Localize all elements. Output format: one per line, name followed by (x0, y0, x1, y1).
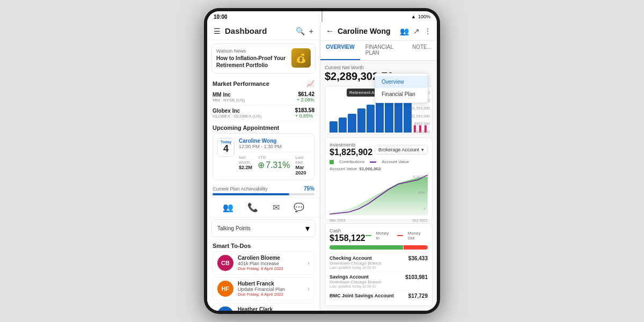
account-branch-savings: Downtown Chicago Branch (330, 280, 382, 284)
status-bar: 10:00 ▲ 100% (207, 11, 437, 22)
bar-2 (339, 118, 347, 133)
dashboard-title: Dashboard (225, 26, 267, 35)
back-button[interactable]: ← (326, 26, 334, 36)
account-updated-checking: Last updated today at 08:42 (330, 266, 382, 269)
svg-marker-0 (330, 177, 428, 215)
dropdown-menu: Overview Financial Plan (375, 73, 428, 103)
investments-legend: Contributions Account Value (330, 159, 428, 164)
todo-task-2: Update Financial Plan (238, 287, 303, 292)
appointment-card[interactable]: Today 4 Caroline Wong 12:00 PM - 1:30 PM… (213, 133, 314, 180)
news-title: How to Inflation-Proof Your Retirement P… (216, 55, 287, 69)
group-icon[interactable]: 👥 (400, 27, 409, 35)
phone-icon[interactable]: 📞 (247, 202, 258, 213)
todo-info-2: Hubert Franck Update Financial Plan Due … (238, 281, 303, 297)
bar-3 (348, 114, 356, 133)
svg-text:0: 0 (424, 208, 426, 210)
area-chart-svg: $1,060,952 $700K 0 (330, 172, 428, 215)
investments-header: Investments $1,825,902 Brokerage Account… (330, 142, 428, 157)
todo-item-2[interactable]: HF Hubert Franck Update Financial Plan D… (213, 277, 314, 301)
search-icon[interactable]: 🔍 (296, 27, 305, 35)
news-source: Watson News (216, 48, 287, 54)
contributions-dot (330, 160, 334, 164)
menu-icon[interactable]: ☰ (214, 27, 221, 35)
tab-notes[interactable]: NOTE... (407, 41, 437, 60)
appointment-date-box: Today 4 (217, 138, 235, 157)
appointment-day: 4 (219, 144, 233, 155)
cash-bar (330, 245, 428, 250)
cash-info: Cash $158,122 (330, 228, 365, 243)
plan-percent: 75% (304, 186, 314, 192)
todo-item-3[interactable]: HC Heather Clark 401k Plan Increase Due … (213, 303, 314, 311)
more-icon[interactable]: ⋮ (424, 27, 431, 35)
investments-info: Investments $1,825,902 (330, 142, 372, 157)
upcoming-title: Upcoming Appointment (213, 125, 314, 131)
cash-value: $158,122 (330, 233, 365, 243)
account-amount-joint: $17,729 (408, 293, 428, 299)
smart-todos-title: Smart To-Dos (213, 243, 314, 249)
chart-axis-labels: Mar 2003 Oct 2021 (330, 218, 428, 222)
market-sub-1: MM · NYSE (US) (213, 98, 245, 103)
news-card[interactable]: Watson News How to Inflation-Proof Your … (211, 43, 316, 74)
todo-avatar-1: CB (217, 255, 233, 271)
progress-bar (213, 193, 314, 195)
progress-fill (213, 193, 289, 195)
dropdown-item-financial-plan[interactable]: Financial Plan (375, 88, 428, 100)
market-item-2[interactable]: Globex Inc GLOBEX · GLOBEX (US) $183.58 … (207, 105, 320, 121)
market-price-1: $61.42 (297, 91, 314, 97)
market-section-header: Market Performance 📈 (207, 77, 320, 89)
left-header: ☰ Dashboard 🔍 + (207, 22, 320, 40)
bar-4 (357, 108, 365, 133)
add-icon[interactable]: + (309, 27, 313, 35)
money-in-line (365, 235, 372, 236)
money-out-label: Money Out (407, 231, 428, 240)
todo-info-1: Carolien Bloeme 401k Plan Increase Due F… (238, 255, 303, 271)
tab-financial-plan[interactable]: FINANCIAL PLAN (360, 41, 407, 60)
market-title: Market Performance (213, 80, 269, 87)
area-chart: $1,060,952 $700K 0 Mar 2003 Oct 2021 (330, 172, 428, 215)
account-dropdown[interactable]: Brokerage Account ▾ (375, 145, 428, 155)
todo-info-3: Heather Clark 401k Plan Increase Due Fri… (238, 306, 303, 311)
contributions-label: Contributions (339, 159, 364, 164)
account-name-joint: BMC Joint Savings Account (330, 293, 394, 298)
account-branch-checking: Downtown Chicago Branch (330, 261, 382, 266)
bottom-nav: ||| ○ ‹ (320, 310, 437, 311)
account-updated-savings: Last updated today at 08:42 (330, 284, 382, 288)
message-icon[interactable]: 💬 (294, 202, 304, 213)
account-savings[interactable]: Savings Account Downtown Chicago Branch … (330, 272, 428, 290)
news-thumbnail: 💰 (291, 48, 311, 68)
investments-label: Investments (330, 142, 372, 148)
last-met-label: Last Met (295, 155, 310, 165)
share-icon[interactable]: ↗ (413, 27, 420, 35)
account-joint-info: BMC Joint Savings Account (330, 293, 394, 298)
account-value-line (370, 162, 376, 163)
right-panel-wrapper: ← Caroline Wong 👥 ↗ ⋮ OVERVIEW FINANCIAL… (320, 22, 437, 311)
todo-item-1[interactable]: CB Carolien Bloeme 401k Plan Increase Du… (213, 251, 314, 275)
talking-points-label: Talking Points (217, 225, 251, 231)
market-sub-2: GLOBEX · GLOBEX (US) (213, 114, 261, 119)
money-out-line (397, 235, 404, 236)
svg-text:$1,060,952: $1,060,952 (413, 175, 426, 178)
left-panel: ☰ Dashboard 🔍 + Watson News How to Infla… (207, 22, 320, 311)
market-item-1[interactable]: MM Inc MM · NYSE (US) $61.42 + 2.08% (207, 89, 320, 105)
status-time: 10:00 (214, 14, 228, 20)
account-joint[interactable]: BMC Joint Savings Account $17,729 (330, 290, 428, 301)
appointment-stats: Net Worth $2.2M YTD ⊕ 7.31% (239, 152, 310, 175)
bar-5 (367, 105, 375, 133)
cash-legend: Money In Money Out (365, 231, 428, 240)
talking-points[interactable]: Talking Points ▾ (211, 219, 316, 237)
todo-chevron-1: › (308, 259, 310, 267)
account-amount-savings: $103,981 (405, 274, 428, 280)
tab-overview[interactable]: OVERVIEW (320, 41, 360, 60)
money-in-label: Money In (376, 231, 393, 240)
dropdown-item-overview[interactable]: Overview (375, 76, 428, 88)
cash-in-bar (330, 245, 403, 250)
contacts-icon[interactable]: 👥 (223, 202, 233, 213)
email-icon[interactable]: ✉ (273, 202, 280, 213)
account-savings-info: Savings Account Downtown Chicago Branch … (330, 274, 382, 288)
status-icons: ▲ 100% (411, 14, 430, 19)
right-panel: ← Caroline Wong 👥 ↗ ⋮ OVERVIEW FINANCIAL… (320, 22, 437, 310)
account-checking[interactable]: Checking Account Downtown Chicago Branch… (330, 253, 428, 272)
todo-chevron-2: › (308, 285, 310, 292)
todo-due-2: Due Friday, 8 April 2022 (238, 292, 303, 297)
left-scroll-area: Watson News How to Inflation-Proof Your … (207, 40, 320, 311)
